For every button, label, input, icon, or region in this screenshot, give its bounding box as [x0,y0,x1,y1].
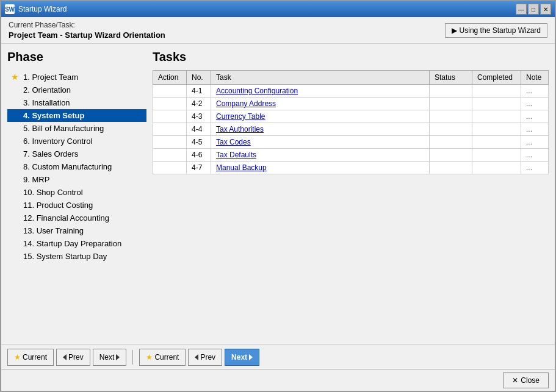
main-content: Phase ★1. Project Team 2. Orientation 3.… [1,44,555,344]
toolbar-divider [132,350,133,365]
cell-completed-6 [472,162,521,174]
cell-status-0 [430,85,472,98]
cell-status-5 [430,149,472,162]
cell-status-4 [430,136,472,149]
title-bar: SW Startup Wizard — □ ✕ [1,1,555,17]
next-icon-right [249,354,253,360]
phase-item-label: 3. Installation [23,98,70,107]
task-link-2[interactable]: Currency Table [216,112,265,121]
task-link-6[interactable]: Manual Backup [216,163,267,172]
cell-completed-5 [472,149,521,162]
phase-item-6[interactable]: 6. Inventory Control [7,135,146,148]
close-x-icon: ✕ [512,376,518,385]
cell-status-6 [430,162,472,174]
cell-completed-4 [472,136,521,149]
phase-item-7[interactable]: 7. Sales Orders [7,148,146,160]
cell-task-0: Accounting Configuration [211,85,430,98]
cell-action-0 [153,85,187,98]
tasks-table: Action No. Task Status Completed Note 4-… [153,70,549,174]
next-icon-left [116,354,120,360]
help-button[interactable]: ▶ Using the Startup Wizard [445,23,547,38]
phase-item-4[interactable]: 4. System Setup [7,109,146,122]
cell-no-0: 4-1 [187,85,211,98]
close-button[interactable]: ✕ Close [503,372,549,388]
task-link-1[interactable]: Company Address [216,99,276,108]
cell-no-2: 4-3 [187,110,211,123]
phase-item-label: 5. Bill of Manufacturing [23,124,104,133]
cell-note-2[interactable]: ... [521,110,549,123]
window-title: Startup Wizard [18,5,67,13]
right-prev-button[interactable]: Prev [188,349,222,366]
cell-completed-0 [472,85,521,98]
right-next-button[interactable]: Next [225,349,259,366]
minimize-button[interactable]: — [516,4,527,15]
cell-no-4: 4-5 [187,136,211,149]
phase-item-15[interactable]: 15. System Startup Day [7,250,146,263]
cell-note-4[interactable]: ... [521,136,549,149]
phase-item-9[interactable]: 9. MRP [7,173,146,186]
footer-close-row: ✕ Close [1,369,555,391]
phase-item-label: 12. Financial Accounting [23,213,109,223]
phase-item-label: 13. User Training [23,226,84,235]
tasks-panel: Tasks Action No. Task Status Completed N… [153,50,549,338]
cell-task-6: Manual Backup [211,162,430,174]
task-link-5[interactable]: Tax Defaults [216,151,256,159]
phase-item-label: 15. System Startup Day [23,252,107,261]
cell-completed-1 [472,98,521,110]
cell-note-1[interactable]: ... [521,98,549,110]
col-header-note: Note [521,71,549,85]
phase-label: Current Phase/Task: [9,21,165,29]
phase-item-label: 1. Project Team [23,73,78,82]
cell-note-3[interactable]: ... [521,123,549,136]
phase-item-label: 4. System Setup [23,111,84,120]
cell-action-1 [153,98,187,110]
phase-item-label: 9. MRP [23,175,49,184]
phase-item-label: 2. Orientation [23,85,71,94]
cell-task-3: Tax Authorities [211,123,430,136]
cell-note-0[interactable]: ... [521,85,549,98]
cell-status-2 [430,110,472,123]
window-controls: — □ ✕ [516,4,551,15]
phase-item-13[interactable]: 13. User Training [7,224,146,237]
cell-task-4: Tax Codes [211,136,430,149]
cell-action-3 [153,123,187,136]
help-icon: ▶ [452,26,457,35]
phase-item-3[interactable]: 3. Installation [7,96,146,109]
phase-item-12[interactable]: 12. Financial Accounting [7,212,146,224]
cell-note-5[interactable]: ... [521,149,549,162]
cell-action-2 [153,110,187,123]
cell-task-5: Tax Defaults [211,149,430,162]
task-link-3[interactable]: Tax Authorities [216,125,264,134]
cell-no-6: 4-7 [187,162,211,174]
task-link-0[interactable]: Accounting Configuration [216,87,298,95]
cell-action-6 [153,162,187,174]
cell-task-1: Company Address [211,98,430,110]
phase-item-1[interactable]: ★1. Project Team [7,70,146,84]
phase-item-14[interactable]: 14. Startup Day Preparation [7,237,146,250]
phase-item-8[interactable]: 8. Custom Manufacturing [7,160,146,173]
phase-item-label: 11. Product Costing [23,201,93,210]
left-current-button[interactable]: ★ Current [7,349,54,366]
cell-action-5 [153,149,187,162]
prev-icon-left [63,354,67,360]
left-next-button[interactable]: Next [93,349,127,366]
phase-item-label: 6. Inventory Control [23,137,92,146]
task-link-4[interactable]: Tax Codes [216,138,251,146]
cell-note-6[interactable]: ... [521,162,549,174]
star-icon-left: ★ [14,353,21,362]
window-close-button[interactable]: ✕ [540,4,551,15]
maximize-button[interactable]: □ [528,4,539,15]
phase-item-2[interactable]: 2. Orientation [7,84,146,96]
table-row: 4-6Tax Defaults... [153,149,549,162]
cell-status-3 [430,123,472,136]
startup-wizard-window: SW Startup Wizard — □ ✕ Current Phase/Ta… [0,0,556,392]
right-current-button[interactable]: ★ Current [139,349,186,366]
col-header-status: Status [430,71,472,85]
phase-item-5[interactable]: 5. Bill of Manufacturing [7,122,146,135]
phase-item-11[interactable]: 11. Product Costing [7,199,146,212]
phase-item-10[interactable]: 10. Shop Control [7,186,146,199]
left-prev-button[interactable]: Prev [56,349,90,366]
phase-item-label: 14. Startup Day Preparation [23,239,121,248]
cell-no-3: 4-4 [187,123,211,136]
phase-list: ★1. Project Team 2. Orientation 3. Insta… [7,70,146,263]
